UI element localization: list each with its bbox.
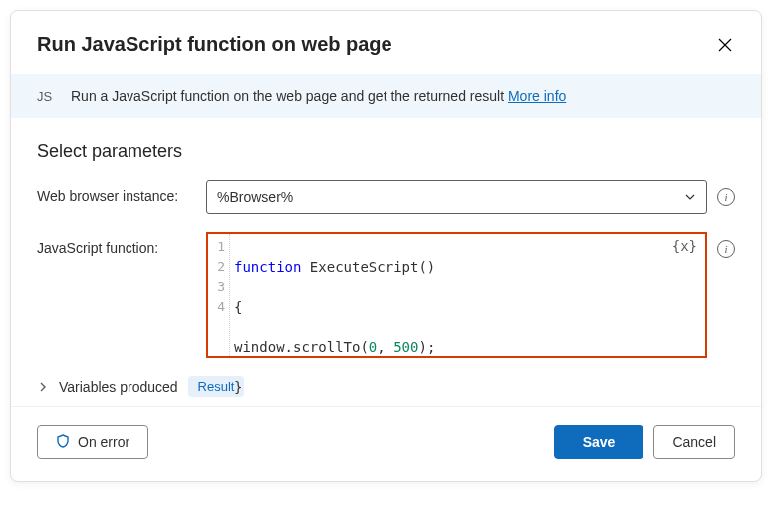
code-gutter: 1 2 3 4 bbox=[208, 234, 230, 356]
close-icon bbox=[718, 38, 732, 52]
content: Select parameters Web browser instance: … bbox=[11, 118, 761, 406]
chevron-down-icon bbox=[684, 191, 696, 203]
line-number: 1 bbox=[208, 237, 225, 257]
browser-value: %Browser% bbox=[217, 189, 293, 205]
js-label: JavaScript function: bbox=[37, 232, 196, 256]
save-label: Save bbox=[583, 434, 616, 450]
js-code-editor[interactable]: 1 2 3 4 function ExecuteScript() { windo… bbox=[206, 232, 707, 358]
cancel-label: Cancel bbox=[672, 434, 716, 450]
close-button[interactable] bbox=[715, 35, 735, 55]
banner-text-wrap: Run a JavaScript function on the web pag… bbox=[71, 88, 566, 104]
dialog-title: Run JavaScript function on web page bbox=[37, 33, 392, 56]
info-banner: JS Run a JavaScript function on the web … bbox=[11, 74, 761, 118]
insert-variable-button[interactable]: {x} bbox=[672, 238, 697, 254]
on-error-label: On error bbox=[78, 434, 129, 450]
code-content: function ExecuteScript() { window.scroll… bbox=[230, 234, 439, 356]
param-browser-row: Web browser instance: %Browser% i bbox=[37, 180, 735, 214]
cancel-button[interactable]: Cancel bbox=[653, 425, 735, 459]
save-button[interactable]: Save bbox=[554, 425, 644, 459]
js-badge: JS bbox=[37, 89, 59, 104]
param-js-row: JavaScript function: 1 2 3 4 function Ex… bbox=[37, 232, 735, 358]
dialog-header: Run JavaScript function on web page bbox=[11, 11, 761, 74]
variables-label: Variables produced bbox=[59, 379, 178, 395]
line-number: 2 bbox=[208, 257, 225, 277]
browser-label: Web browser instance: bbox=[37, 180, 196, 204]
info-icon[interactable]: i bbox=[717, 240, 735, 258]
chevron-right-icon bbox=[37, 381, 49, 393]
info-icon[interactable]: i bbox=[717, 188, 735, 206]
more-info-link[interactable]: More info bbox=[508, 88, 566, 104]
section-title: Select parameters bbox=[37, 141, 735, 162]
dialog: Run JavaScript function on web page JS R… bbox=[10, 10, 762, 482]
browser-dropdown[interactable]: %Browser% bbox=[206, 180, 707, 214]
line-number: 3 bbox=[208, 277, 225, 297]
banner-text: Run a JavaScript function on the web pag… bbox=[71, 88, 508, 104]
line-number: 4 bbox=[208, 297, 225, 317]
on-error-button[interactable]: On error bbox=[37, 425, 148, 459]
shield-icon bbox=[56, 434, 70, 451]
